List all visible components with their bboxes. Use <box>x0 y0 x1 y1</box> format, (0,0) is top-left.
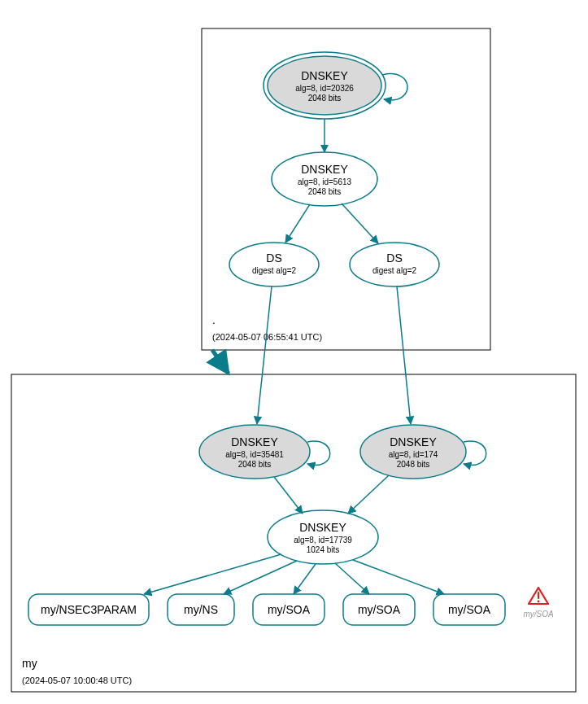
node-label: DNSKEY <box>299 521 346 534</box>
node-rr-soa-2: my/SOA <box>343 594 415 625</box>
node-ds-2: DS digest alg=2 <box>350 243 439 286</box>
edge-rootzsk-ds2 <box>342 203 378 243</box>
node-dnskey-root-ksk: DNSKEY alg=8, id=20326 2048 bits <box>264 52 385 119</box>
svg-point-5 <box>229 243 319 286</box>
edge-rootzsk-ds1 <box>285 204 310 243</box>
edge-childksk1-zsk <box>274 477 303 514</box>
node-sub1: alg=8, id=17739 <box>294 536 352 544</box>
edge-zsk-rr2 <box>224 561 297 594</box>
node-label: my/SOA <box>268 603 311 616</box>
edge-zsk-rr4 <box>335 563 369 594</box>
edge-childksk2-zsk <box>348 475 389 514</box>
zone-child-timestamp: (2024-05-07 10:00:48 UTC) <box>22 676 132 685</box>
node-sub1: alg=8, id=20326 <box>295 84 354 93</box>
node-rr-ns: my/NS <box>168 594 234 625</box>
node-label: DNSKEY <box>390 435 437 448</box>
svg-point-6 <box>350 243 439 286</box>
edge-zsk-rr5 <box>353 560 444 594</box>
node-label: DS <box>266 251 281 265</box>
node-label: DNSKEY <box>301 163 348 176</box>
node-label: DNSKEY <box>301 69 348 82</box>
edge-ds2-childksk2 <box>397 286 411 424</box>
node-sub2: 2048 bits <box>397 460 430 469</box>
edge-zone-cross <box>212 350 229 374</box>
edge-self-child-ksk2 <box>464 441 486 465</box>
edge-zsk-rr3 <box>294 564 316 594</box>
node-sub2: 2048 bits <box>308 187 342 196</box>
node-label: DNSKEY <box>231 435 278 448</box>
node-sub1: digest alg=2 <box>372 266 417 275</box>
node-sub1: alg=8, id=5613 <box>298 177 352 186</box>
node-dnskey-child-zsk: DNSKEY alg=8, id=17739 1024 bits <box>268 510 378 564</box>
node-dnskey-root-zsk: DNSKEY alg=8, id=5613 2048 bits <box>272 152 377 206</box>
node-label: my/SOA <box>448 603 491 616</box>
node-sub1: alg=8, id=35481 <box>225 450 284 459</box>
node-sub1: alg=8, id=174 <box>389 450 438 459</box>
node-dnskey-child-ksk1: DNSKEY alg=8, id=35481 2048 bits <box>199 425 310 479</box>
node-label: my/SOA <box>523 610 554 619</box>
node-ds-1: DS digest alg=2 <box>229 243 319 286</box>
warning-icon <box>529 588 548 604</box>
node-rr-soa-warning: my/SOA <box>523 588 554 619</box>
node-sub2: 2048 bits <box>238 460 272 469</box>
edge-ds1-childksk1 <box>257 286 272 424</box>
zone-root-name: . <box>212 313 216 326</box>
node-rr-soa-3: my/SOA <box>433 594 505 625</box>
node-sub2: 1024 bits <box>307 545 340 554</box>
edge-zsk-rr1 <box>144 554 281 594</box>
node-dnskey-child-ksk2: DNSKEY alg=8, id=174 2048 bits <box>360 425 466 479</box>
node-label: my/NSEC3PARAM <box>41 603 137 616</box>
node-label: DS <box>386 251 402 265</box>
node-rr-nsec3param: my/NSEC3PARAM <box>28 594 149 625</box>
zone-child-name: my <box>22 657 37 670</box>
svg-point-16 <box>538 601 540 603</box>
node-label: my/SOA <box>358 603 401 616</box>
edge-self-child-ksk1 <box>307 441 330 465</box>
node-rr-soa-1: my/SOA <box>253 594 324 625</box>
node-sub1: digest alg=2 <box>252 266 297 275</box>
node-sub2: 2048 bits <box>308 94 342 103</box>
node-label: my/NS <box>184 603 218 616</box>
